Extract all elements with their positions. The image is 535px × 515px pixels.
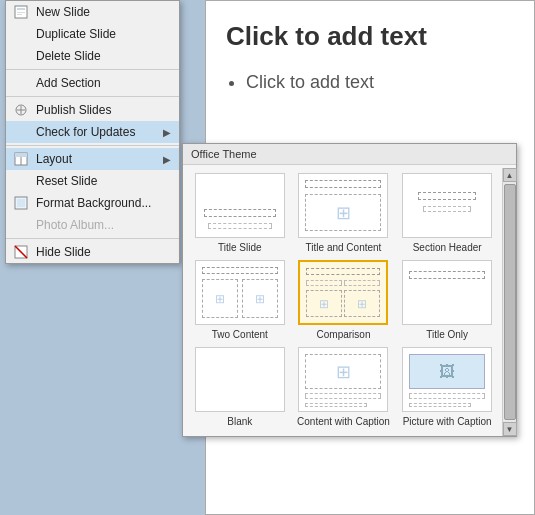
layout-thumb-title-and-content: ⊞ — [298, 173, 388, 238]
scrollbar-up-button[interactable]: ▲ — [503, 168, 517, 182]
layout-label-title-only: Title Only — [426, 328, 468, 341]
slide-bullet: Click to add text — [246, 72, 514, 93]
layout-label-picture-with-caption: Picture with Caption — [403, 415, 492, 428]
layout-arrow: ▶ — [163, 154, 171, 165]
layouts-grid: Title Slide ⊞ Title and Content Section … — [183, 165, 516, 436]
menu-separator-3 — [6, 145, 179, 146]
svg-rect-2 — [17, 12, 25, 13]
publish-slides-icon — [12, 101, 30, 119]
layout-panel: Office Theme Title Slide ⊞ Title and Con… — [182, 143, 517, 437]
svg-rect-1 — [17, 8, 25, 10]
menu-separator-2 — [6, 96, 179, 97]
layout-label-two-content: Two Content — [212, 328, 268, 341]
new-slide-icon — [12, 3, 30, 21]
layout-label-title-slide: Title Slide — [218, 241, 262, 254]
layout-item-picture-with-caption[interactable]: 🖼 Picture with Caption — [398, 347, 496, 428]
menu-item-publish-slides[interactable]: Publish Slides — [6, 99, 179, 121]
hide-slide-icon — [12, 243, 30, 261]
layout-thumb-content-with-caption: ⊞ — [298, 347, 388, 412]
layout-panel-scrollbar: ▲ ▼ — [502, 168, 516, 436]
menu-item-layout[interactable]: Layout ▶ — [6, 148, 179, 170]
check-for-updates-arrow: ▶ — [163, 127, 171, 138]
context-menu: New Slide Duplicate Slide Delete Slide A… — [5, 0, 180, 264]
layout-thumb-section-header — [402, 173, 492, 238]
menu-separator-1 — [6, 69, 179, 70]
layout-label-comparison: Comparison — [317, 328, 371, 341]
layout-thumb-title-only — [402, 260, 492, 325]
menu-item-duplicate-slide[interactable]: Duplicate Slide — [6, 23, 179, 45]
layout-label-section-header: Section Header — [413, 241, 482, 254]
layout-item-title-and-content[interactable]: ⊞ Title and Content — [295, 173, 393, 254]
layout-item-comparison[interactable]: ⊞ ⊞ Comparison — [295, 260, 393, 341]
menu-item-photo-album[interactable]: Photo Album... — [6, 214, 179, 236]
layout-item-section-header[interactable]: Section Header — [398, 173, 496, 254]
menu-item-hide-slide[interactable]: Hide Slide — [6, 241, 179, 263]
menu-item-add-section[interactable]: Add Section — [6, 72, 179, 94]
menu-item-format-background[interactable]: Format Background... — [6, 192, 179, 214]
menu-item-delete-slide[interactable]: Delete Slide — [6, 45, 179, 67]
menu-item-reset-slide[interactable]: Reset Slide — [6, 170, 179, 192]
scrollbar-thumb[interactable] — [504, 184, 516, 420]
layout-panel-header: Office Theme — [183, 144, 516, 165]
layout-thumb-blank — [195, 347, 285, 412]
svg-rect-3 — [17, 14, 22, 15]
layout-label-blank: Blank — [227, 415, 252, 428]
layout-label-content-with-caption: Content with Caption — [297, 415, 390, 428]
menu-item-new-slide[interactable]: New Slide — [6, 1, 179, 23]
layout-thumb-picture-with-caption: 🖼 — [402, 347, 492, 412]
svg-rect-8 — [15, 153, 27, 157]
format-background-icon — [12, 194, 30, 212]
slide-title: Click to add text — [226, 21, 514, 52]
layout-item-content-with-caption[interactable]: ⊞ Content with Caption — [295, 347, 393, 428]
scrollbar-down-button[interactable]: ▼ — [503, 422, 517, 436]
menu-item-check-for-updates[interactable]: Check for Updates ▶ — [6, 121, 179, 143]
menu-separator-4 — [6, 238, 179, 239]
layout-icon — [12, 150, 30, 168]
layout-thumb-comparison: ⊞ ⊞ — [298, 260, 388, 325]
layout-label-title-and-content: Title and Content — [306, 241, 382, 254]
layout-item-title-only[interactable]: Title Only — [398, 260, 496, 341]
layout-panel-title: Office Theme — [191, 148, 257, 160]
layout-item-title-slide[interactable]: Title Slide — [191, 173, 289, 254]
layout-item-blank[interactable]: Blank — [191, 347, 289, 428]
svg-rect-11 — [17, 199, 25, 207]
layout-item-two-content[interactable]: ⊞ ⊞ Two Content — [191, 260, 289, 341]
layout-thumb-title-slide — [195, 173, 285, 238]
layout-thumb-two-content: ⊞ ⊞ — [195, 260, 285, 325]
